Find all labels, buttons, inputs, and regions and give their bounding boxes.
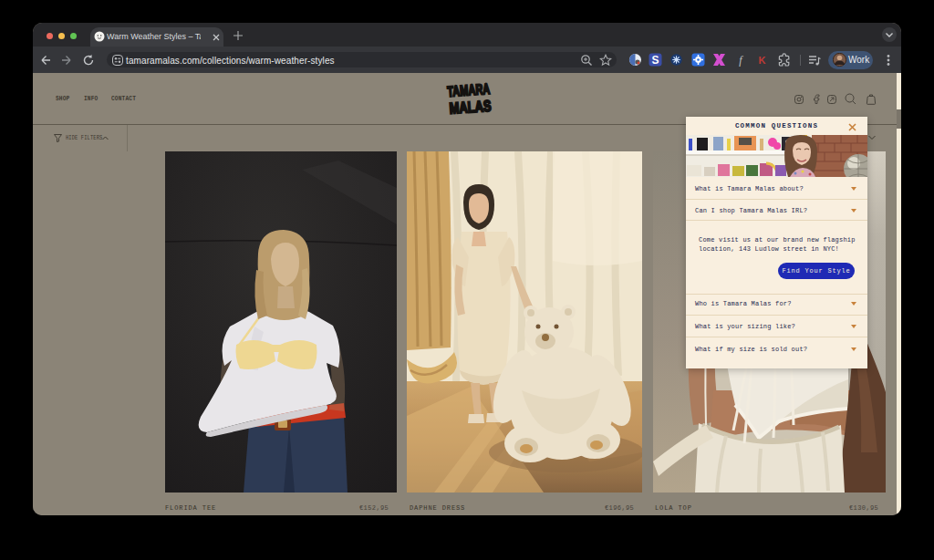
svg-text:TAMARA: TAMARA (447, 81, 491, 99)
svg-text:f: f (739, 54, 743, 67)
svg-text:S: S (651, 54, 659, 67)
svg-text:K: K (758, 55, 765, 66)
svg-text:MALAS: MALAS (449, 98, 492, 118)
